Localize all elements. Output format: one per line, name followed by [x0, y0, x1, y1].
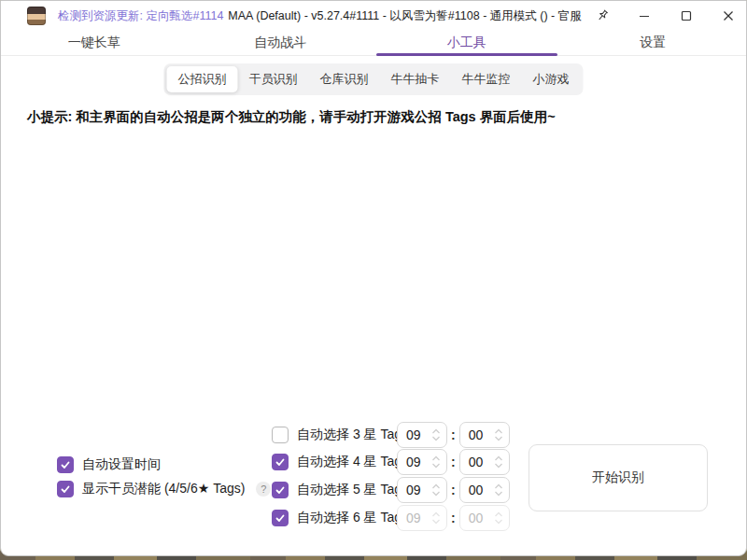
- maximize-icon: [680, 9, 693, 22]
- star5-hour-spinner[interactable]: 09: [397, 477, 447, 503]
- star4-checkbox[interactable]: [272, 454, 289, 470]
- up-down-chevrons-icon[interactable]: [431, 483, 441, 497]
- time-separator: :: [451, 427, 456, 442]
- checkmark-icon: [275, 456, 286, 468]
- star5-label[interactable]: 自动选择 5 星 Tags: [297, 482, 408, 498]
- minimize-icon: [638, 9, 651, 22]
- maa-window: 检测到资源更新: 定向甄选#1114 MAA (Default) - v5.27…: [0, 0, 747, 560]
- star3-minute-spinner[interactable]: 00: [459, 422, 510, 448]
- show-potential-label[interactable]: 显示干员潜能 (4/5/6★ Tags): [82, 481, 245, 497]
- main-tabbar: 一键长草 自动战斗 小工具 设置: [1, 31, 746, 56]
- auto-set-time-row: 自动设置时间: [57, 452, 161, 478]
- show-potential-row: 显示干员潜能 (4/5/6★ Tags) ?: [57, 476, 271, 502]
- subtab-monitor[interactable]: 牛牛监控: [451, 66, 522, 92]
- hour-value: 09: [406, 455, 421, 469]
- star6-time: 09 : 00: [397, 505, 510, 531]
- subtab-label: 小游戏: [533, 72, 570, 86]
- close-button[interactable]: [708, 1, 747, 31]
- auto-set-time-label[interactable]: 自动设置时间: [82, 456, 161, 473]
- up-down-chevrons-icon[interactable]: [494, 483, 503, 497]
- minute-value: 00: [469, 483, 484, 497]
- subtab-label: 牛牛抽卡: [391, 72, 440, 86]
- time-separator: :: [451, 455, 456, 469]
- subtab-label: 仓库识别: [320, 72, 369, 86]
- star3-checkbox[interactable]: [272, 427, 289, 443]
- up-down-chevrons-icon[interactable]: [431, 427, 441, 442]
- star5-minute-spinner[interactable]: 00: [459, 477, 510, 503]
- recruit-tip-text: 小提示: 和主界面的自动公招是两个独立的功能，请手动打开游戏公招 Tags 界面…: [27, 108, 556, 126]
- subtab-recruit-recognition[interactable]: 公招识别: [167, 66, 238, 92]
- pushpin-icon: [595, 8, 610, 23]
- maximize-button[interactable]: [666, 1, 708, 31]
- window-title: MAA (Default) - v5.27.4#1111 - 以风雪为誓#110…: [228, 8, 581, 24]
- app-icon: [27, 7, 46, 25]
- star6-hour-spinner: 09: [397, 505, 447, 531]
- subtab-operator-recognition[interactable]: 干员识别: [238, 66, 309, 92]
- star4-label[interactable]: 自动选择 4 星 Tags: [297, 454, 408, 470]
- minute-value: 00: [469, 427, 484, 442]
- star5-checkbox[interactable]: [272, 482, 289, 498]
- pin-button[interactable]: [582, 1, 624, 31]
- star3-label[interactable]: 自动选择 3 星 Tags: [297, 427, 408, 443]
- window-controls: [582, 1, 747, 31]
- main-panel: 检测到资源更新: 定向甄选#1114 MAA (Default) - v5.27…: [0, 0, 747, 556]
- up-down-chevrons-icon[interactable]: [494, 455, 503, 469]
- checkmark-icon: [275, 512, 286, 524]
- titlebar: 检测到资源更新: 定向甄选#1114 MAA (Default) - v5.27…: [1, 1, 746, 31]
- minute-value: 00: [469, 511, 484, 525]
- minute-value: 00: [469, 455, 484, 469]
- time-separator: :: [451, 511, 456, 525]
- start-recognition-button[interactable]: 开始识别: [529, 444, 708, 511]
- checkmark-icon: [275, 484, 286, 496]
- hour-value: 09: [406, 427, 421, 442]
- up-down-chevrons-icon: [431, 511, 441, 525]
- star4-time: 09 : 00: [397, 449, 510, 475]
- resource-update-link[interactable]: 检测到资源更新: 定向甄选#1114: [58, 8, 223, 24]
- star3-time: 09 : 00: [397, 422, 510, 448]
- star4-hour-spinner[interactable]: 09: [397, 449, 447, 475]
- star5-row: 自动选择 5 星 Tags 09 : 00: [272, 477, 408, 503]
- star6-label[interactable]: 自动选择 6 星 Tags: [297, 510, 408, 526]
- star3-hour-spinner[interactable]: 09: [397, 422, 447, 448]
- subtab-minigame[interactable]: 小游戏: [522, 66, 581, 92]
- star6-minute-spinner: 00: [459, 505, 510, 531]
- hour-value: 09: [406, 511, 421, 525]
- tab-settings[interactable]: 设置: [560, 31, 747, 55]
- tab-label: 设置: [640, 35, 666, 51]
- minimize-button[interactable]: [624, 1, 666, 31]
- tab-copilot[interactable]: 自动战斗: [188, 31, 374, 55]
- tab-farming[interactable]: 一键长草: [1, 31, 188, 55]
- checkmark-icon: [60, 483, 71, 495]
- auto-set-time-checkbox[interactable]: [57, 456, 74, 473]
- star4-row: 自动选择 4 星 Tags 09 : 00: [272, 449, 408, 475]
- tab-label: 小工具: [447, 35, 486, 51]
- tab-toolbox[interactable]: 小工具: [374, 31, 560, 55]
- up-down-chevrons-icon[interactable]: [494, 427, 503, 442]
- time-separator: :: [451, 483, 456, 497]
- star3-row: 自动选择 3 星 Tags 09 : 00: [272, 422, 408, 448]
- help-question-icon[interactable]: ?: [256, 482, 271, 497]
- close-icon: [722, 9, 735, 22]
- subtab-label: 公招识别: [178, 72, 227, 86]
- checkmark-icon: [60, 459, 71, 470]
- hour-value: 09: [406, 483, 421, 497]
- start-recognition-label: 开始识别: [592, 469, 644, 486]
- subtab-depot-recognition[interactable]: 仓库识别: [309, 66, 380, 92]
- show-potential-checkbox[interactable]: [57, 481, 74, 497]
- star4-minute-spinner[interactable]: 00: [459, 449, 510, 475]
- star5-time: 09 : 00: [397, 477, 510, 503]
- subtab-gacha[interactable]: 牛牛抽卡: [380, 66, 451, 92]
- star6-checkbox[interactable]: [272, 510, 289, 526]
- toolbox-subtabs: 公招识别 干员识别 仓库识别 牛牛抽卡 牛牛监控 小游戏: [164, 63, 584, 95]
- up-down-chevrons-icon[interactable]: [431, 455, 441, 469]
- subtab-label: 牛牛监控: [462, 72, 511, 86]
- subtab-label: 干员识别: [249, 72, 298, 86]
- tab-label: 一键长草: [68, 35, 120, 51]
- star6-row: 自动选择 6 星 Tags 09 : 00: [272, 505, 408, 531]
- tab-label: 自动战斗: [254, 35, 306, 51]
- up-down-chevrons-icon: [494, 511, 503, 525]
